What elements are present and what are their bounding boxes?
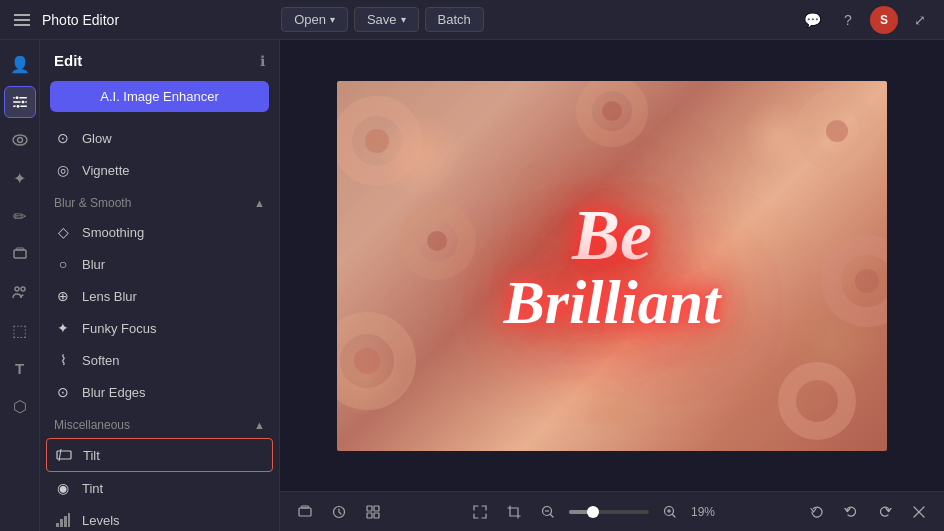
lens-blur-label: Lens Blur xyxy=(82,289,137,304)
tilt-label: Tilt xyxy=(83,448,100,463)
blur-edges-label: Blur Edges xyxy=(82,385,146,400)
bottom-right xyxy=(804,499,932,525)
zoom-slider[interactable] xyxy=(569,510,649,514)
zoom-in-icon[interactable] xyxy=(657,499,683,525)
menu-icon[interactable] xyxy=(10,10,34,30)
sidebar-icon-frame[interactable]: ⬚ xyxy=(4,314,36,346)
grid-icon[interactable] xyxy=(360,499,386,525)
sidebar-icon-eye[interactable] xyxy=(4,124,36,156)
levels-icon xyxy=(54,511,72,529)
avatar[interactable]: S xyxy=(870,6,898,34)
sidebar-icon-person[interactable]: 👤 xyxy=(4,48,36,80)
blur-smooth-section-header[interactable]: Blur & Smooth ▲ xyxy=(40,186,279,216)
panel-item-blur-edges[interactable]: ⊙ Blur Edges xyxy=(40,376,279,408)
tint-label: Tint xyxy=(82,481,103,496)
panel-item-tilt[interactable]: Tilt xyxy=(46,438,273,472)
zoom-out-icon[interactable] xyxy=(535,499,561,525)
svg-rect-16 xyxy=(64,516,67,527)
svg-rect-38 xyxy=(374,513,379,518)
help-icon[interactable]: ? xyxy=(834,6,862,34)
svg-point-3 xyxy=(15,96,19,100)
sidebar-icon-magic[interactable]: ✦ xyxy=(4,162,36,194)
panel-scroll: ⊙ Glow ◎ Vignette Blur & Smooth ▲ ◇ Smoo… xyxy=(40,122,279,531)
svg-line-45 xyxy=(673,514,676,517)
glow-label: Glow xyxy=(82,131,112,146)
svg-point-19 xyxy=(365,129,389,153)
svg-point-11 xyxy=(21,287,25,291)
svg-point-27 xyxy=(855,269,879,293)
svg-line-41 xyxy=(551,514,554,517)
smoothing-label: Smoothing xyxy=(82,225,144,240)
svg-rect-33 xyxy=(301,506,309,508)
svg-point-29 xyxy=(807,391,827,411)
topbar-center: Open ▾ Save ▾ Batch xyxy=(281,7,484,32)
expand-icon[interactable]: ⤢ xyxy=(906,6,934,34)
sidebar-icon-brush[interactable]: ✏ xyxy=(4,200,36,232)
panel-item-funky-focus[interactable]: ✦ Funky Focus xyxy=(40,312,279,344)
svg-point-4 xyxy=(21,100,25,104)
sidebar-icon-text[interactable]: T xyxy=(4,352,36,384)
close-icon[interactable] xyxy=(906,499,932,525)
bottom-center: 19% xyxy=(467,499,723,525)
chat-icon[interactable]: 💬 xyxy=(798,6,826,34)
panel-item-tint[interactable]: ◉ Tint xyxy=(40,472,279,504)
panel-item-smoothing[interactable]: ◇ Smoothing xyxy=(40,216,279,248)
sidebar-icon-sliders[interactable] xyxy=(4,86,36,118)
canvas-area: Be Brilliant xyxy=(280,40,944,531)
svg-point-7 xyxy=(17,138,22,143)
open-button[interactable]: Open ▾ xyxy=(281,7,348,32)
svg-point-21 xyxy=(427,231,447,251)
history-icon[interactable] xyxy=(326,499,352,525)
crop-icon[interactable] xyxy=(501,499,527,525)
misc-chevron-icon: ▲ xyxy=(254,419,265,431)
svg-rect-8 xyxy=(14,250,26,258)
svg-rect-36 xyxy=(374,506,379,511)
blur-smooth-chevron-icon: ▲ xyxy=(254,197,265,209)
panel-item-glow[interactable]: ⊙ Glow xyxy=(40,122,279,154)
vignette-icon: ◎ xyxy=(54,161,72,179)
layers-bottom-icon[interactable] xyxy=(292,499,318,525)
svg-point-5 xyxy=(16,104,20,108)
edit-panel: Edit ℹ A.I. Image Enhancer ⊙ Glow ◎ Vign… xyxy=(40,40,280,531)
redo-icon[interactable] xyxy=(872,499,898,525)
rotate-left-icon[interactable] xyxy=(804,499,830,525)
batch-button[interactable]: Batch xyxy=(425,7,484,32)
panel-item-lens-blur[interactable]: ⊕ Lens Blur xyxy=(40,280,279,312)
misc-section-header[interactable]: Miscellaneous ▲ xyxy=(40,408,279,438)
svg-point-31 xyxy=(602,101,622,121)
svg-rect-35 xyxy=(367,506,372,511)
blur-smooth-title: Blur & Smooth xyxy=(54,196,131,210)
funky-focus-icon: ✦ xyxy=(54,319,72,337)
main-layout: 👤 ✦ ✏ xyxy=(0,40,944,531)
sidebar-icon-people[interactable] xyxy=(4,276,36,308)
svg-rect-14 xyxy=(56,523,59,527)
info-icon[interactable]: ℹ xyxy=(260,53,265,69)
smoothing-icon: ◇ xyxy=(54,223,72,241)
svg-rect-32 xyxy=(299,508,311,516)
svg-point-6 xyxy=(13,135,27,145)
sidebar-icon-shapes[interactable]: ⬡ xyxy=(4,390,36,422)
soften-icon: ⌇ xyxy=(54,351,72,369)
app-title: Photo Editor xyxy=(42,12,119,28)
blur-label: Blur xyxy=(82,257,105,272)
zoom-percent: 19% xyxy=(691,505,723,519)
panel-title: Edit xyxy=(54,52,82,69)
save-button[interactable]: Save ▾ xyxy=(354,7,419,32)
tilt-icon xyxy=(55,446,73,464)
svg-point-23 xyxy=(354,348,380,374)
svg-point-10 xyxy=(15,287,19,291)
fit-screen-icon[interactable] xyxy=(467,499,493,525)
levels-label: Levels xyxy=(82,513,120,528)
canvas-image: Be Brilliant xyxy=(337,81,887,451)
svg-point-25 xyxy=(826,120,848,142)
panel-item-blur[interactable]: ○ Blur xyxy=(40,248,279,280)
panel-item-vignette[interactable]: ◎ Vignette xyxy=(40,154,279,186)
undo-icon[interactable] xyxy=(838,499,864,525)
sidebar-icon-layers[interactable] xyxy=(4,238,36,270)
panel-item-levels[interactable]: Levels xyxy=(40,504,279,531)
panel-header: Edit ℹ xyxy=(40,40,279,77)
save-chevron-icon: ▾ xyxy=(401,14,406,25)
ai-enhancer-button[interactable]: A.I. Image Enhancer xyxy=(50,81,269,112)
svg-rect-15 xyxy=(60,519,63,527)
panel-item-soften[interactable]: ⌇ Soften xyxy=(40,344,279,376)
